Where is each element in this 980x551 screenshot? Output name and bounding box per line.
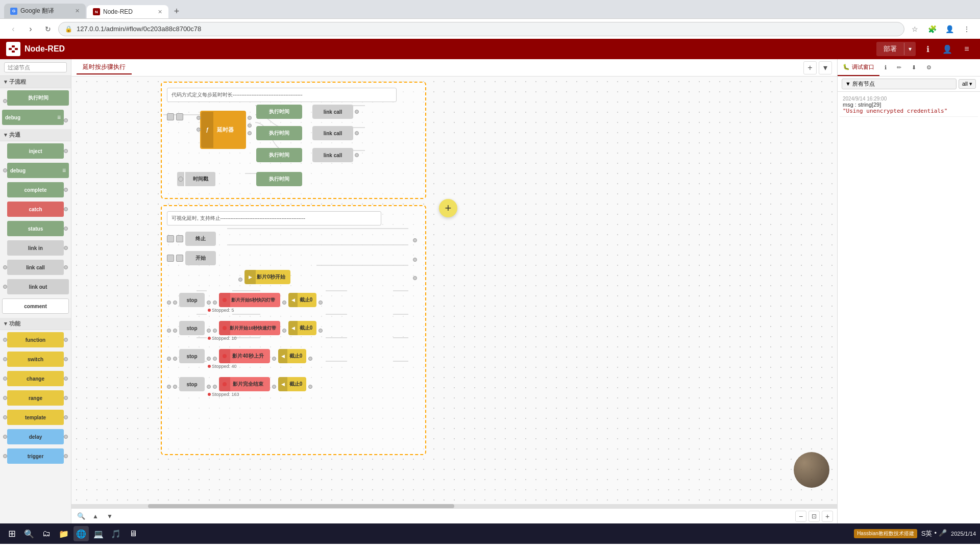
node-delay-master[interactable]: ƒ 延时器 xyxy=(200,111,246,149)
top-bar-info[interactable]: ℹ xyxy=(921,42,935,56)
deploy-dropdown[interactable]: ▾ xyxy=(904,43,916,55)
node-film-0[interactable]: ▶ 影片0秒开始 xyxy=(244,270,290,284)
node-stop-4[interactable]: stop xyxy=(179,377,205,391)
top-bar-menu[interactable]: ≡ xyxy=(960,42,974,56)
search-taskbar[interactable]: 🔍 xyxy=(21,526,37,541)
canvas[interactable]: 代码方式定义每步延时时长----------------------------… xyxy=(71,77,837,508)
node-item-link-out[interactable]: link out xyxy=(2,278,69,295)
deploy-button-group[interactable]: 部署 ▾ xyxy=(876,42,916,56)
right-panel-tab-info[interactable]: ℹ xyxy=(879,60,892,75)
tab-google[interactable]: G Google 翻译 ✕ xyxy=(4,4,86,18)
node-exec-time-3[interactable]: 执行时间 xyxy=(256,148,302,162)
bottom-nav-down[interactable]: ▼ xyxy=(104,511,115,522)
canvas-add-floating-btn[interactable]: + xyxy=(439,199,457,217)
canvas-add-btn[interactable]: + xyxy=(803,61,817,74)
node-start[interactable]: 开始 xyxy=(185,251,216,265)
sidebar-search-input[interactable] xyxy=(4,62,67,72)
node-sq-left1 xyxy=(167,113,174,120)
node-film-10s[interactable]: 影片开始10秒快速灯带 xyxy=(219,321,280,335)
node-cutoff-4[interactable]: ◀ 截止0 xyxy=(278,377,306,391)
node-item-status[interactable]: status xyxy=(2,220,69,237)
node-cutoff-2[interactable]: ◀ 截止0 xyxy=(288,321,316,335)
zoom-out-btn[interactable]: − xyxy=(795,511,806,522)
filter-label[interactable]: ▼ 所有节点 xyxy=(842,79,957,89)
node-item-debug2[interactable]: debug ≡ xyxy=(2,162,69,179)
canvas-tab-main[interactable]: 延时按步骤执行 xyxy=(77,61,132,74)
right-panel-tab-settings[interactable]: ⚙ xyxy=(921,60,937,75)
all-filter-label[interactable]: all ▾ xyxy=(959,79,976,89)
menu-icon[interactable]: ⋮ xyxy=(960,22,974,36)
canvas-menu-btn[interactable]: ▾ xyxy=(819,61,832,74)
bookmark-icon[interactable]: ☆ xyxy=(908,22,922,36)
row-stop-control: 终止 xyxy=(167,232,216,246)
tab-close-google[interactable]: ✕ xyxy=(75,8,80,14)
lang-icon[interactable]: S英 xyxy=(921,529,933,538)
node-item-comment[interactable]: comment xyxy=(2,297,69,315)
node-item-debug[interactable]: debug ≡ xyxy=(2,109,69,126)
right-panel-tab-help[interactable]: ✏ xyxy=(892,60,906,75)
node-link-call-1[interactable]: link call xyxy=(312,105,353,119)
node-item-link-in[interactable]: link in xyxy=(2,239,69,257)
section-ziflow[interactable]: ▾子流程 xyxy=(0,76,71,88)
node-item-inject2[interactable]: inject xyxy=(2,142,69,160)
taskbar-display[interactable]: 🖥 xyxy=(126,526,141,541)
node-item-catch[interactable]: catch xyxy=(2,201,69,218)
node-timestamp[interactable]: 时间戳 xyxy=(177,172,215,186)
section-functions[interactable]: ▾功能 xyxy=(0,318,71,330)
zoom-in-btn[interactable]: + xyxy=(822,511,833,522)
node-item-link-call[interactable]: link call xyxy=(2,259,69,276)
comment-node-1[interactable]: 代码方式定义每步延时时长----------------------------… xyxy=(167,88,397,102)
right-panel-tab-debug[interactable]: 🐛 调试窗口 xyxy=(838,59,879,76)
canvas-scrollbar-thumb[interactable] xyxy=(148,504,454,508)
node-stop-1[interactable]: stop xyxy=(179,293,205,307)
node-item-change[interactable]: change xyxy=(2,370,69,387)
node-film-end[interactable]: 影片完全结束 xyxy=(219,377,270,391)
taskbar-music[interactable]: 🎵 xyxy=(108,526,124,541)
tab-close-nodered[interactable]: ✕ xyxy=(158,9,162,15)
node-terminate[interactable]: 终止 xyxy=(185,232,216,246)
taskbar-taskview[interactable]: 🗂 xyxy=(39,526,54,541)
node-film-40s[interactable]: 影片40秒上升 xyxy=(219,349,270,363)
address-bar[interactable]: 🔒 127.0.0.1/admin/#flow/0c203a88c8700c78 xyxy=(58,22,904,36)
extensions-icon[interactable]: 🧩 xyxy=(925,22,939,36)
nav-refresh[interactable]: ↻ xyxy=(41,22,55,36)
right-panel-tab-extra[interactable]: ⬇ xyxy=(906,60,921,75)
node-item-function[interactable]: function xyxy=(2,331,69,348)
deploy-button[interactable]: 部署 xyxy=(876,42,904,56)
node-link-call-3[interactable]: link call xyxy=(312,148,353,162)
node-exec-time-1[interactable]: 执行时间 xyxy=(256,105,302,119)
comment-node-2[interactable]: 可视化延时, 支持终止-----------------------------… xyxy=(167,211,381,226)
profile-icon[interactable]: 👤 xyxy=(942,22,957,36)
node-exec-time-2[interactable]: 执行时间 xyxy=(256,126,302,140)
taskbar-browser[interactable]: 🌐 xyxy=(74,526,89,541)
node-stop-3[interactable]: stop xyxy=(179,349,205,363)
start-button[interactable]: ⊞ xyxy=(4,526,19,541)
top-bar-user[interactable]: 👤 xyxy=(940,42,954,56)
node-item-delay[interactable]: delay xyxy=(2,428,69,445)
node-stop-2[interactable]: stop xyxy=(179,321,205,335)
node-link-call-2[interactable]: link call xyxy=(312,126,353,140)
nav-back[interactable]: ‹ xyxy=(6,22,20,36)
zoom-fit-btn[interactable]: ⊡ xyxy=(808,511,820,522)
bottom-search-icon[interactable]: 🔍 xyxy=(76,511,87,522)
tab-nodered[interactable]: N Node-RED ✕ xyxy=(87,5,168,18)
node-item-complete[interactable]: complete xyxy=(2,181,69,198)
taskbar-settings[interactable]: 💻 xyxy=(91,526,106,541)
nav-forward[interactable]: › xyxy=(23,22,38,36)
new-tab-button[interactable]: + xyxy=(169,4,184,18)
section-common[interactable]: ▾共通 xyxy=(0,129,71,141)
node-item-template[interactable]: template xyxy=(2,409,69,426)
node-cutoff-3[interactable]: ◀ 截止0 xyxy=(278,349,306,363)
node-item-inject[interactable]: 执行时间 xyxy=(2,89,69,107)
node-film-5s[interactable]: 影片开始5秒快闪灯带 xyxy=(219,293,280,307)
bottom-nav-up[interactable]: ▲ xyxy=(90,511,101,522)
node-item-trigger[interactable]: trigger xyxy=(2,447,69,465)
ime-icon[interactable]: • xyxy=(935,529,937,538)
node-cutoff-1[interactable]: ◀ 截止0 xyxy=(288,293,316,307)
node-item-range[interactable]: range xyxy=(2,389,69,407)
node-exec-time-4[interactable]: 执行时间 xyxy=(256,172,302,186)
mic-icon[interactable]: 🎤 xyxy=(939,529,947,538)
canvas-scrollbar[interactable] xyxy=(71,504,837,508)
node-item-switch[interactable]: switch xyxy=(2,350,69,368)
taskbar-explorer[interactable]: 📁 xyxy=(56,526,71,541)
